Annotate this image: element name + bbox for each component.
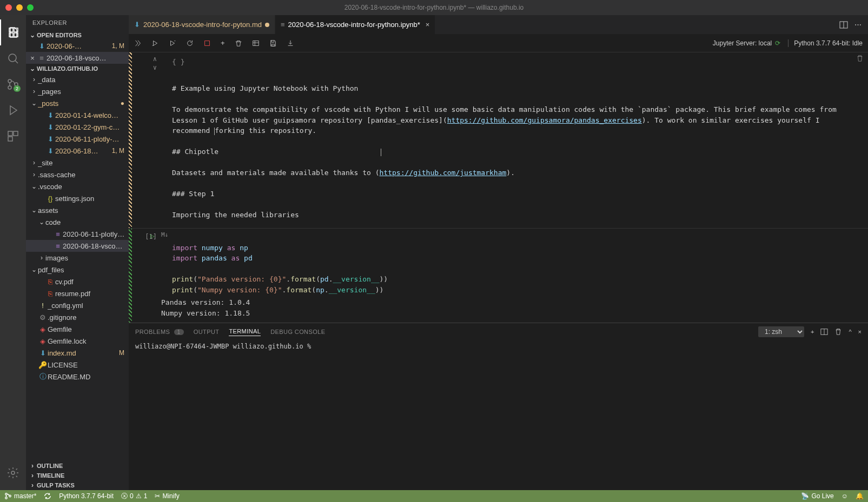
md-file-icon: ⬇ <box>45 135 55 143</box>
editor-tab[interactable]: ≡ 2020-06-18-vscode-intro-for-python.ipy… <box>275 15 435 34</box>
add-cell-icon[interactable]: + <box>221 39 225 47</box>
close-editor-icon[interactable]: × <box>28 54 37 62</box>
problems-tab[interactable]: PROBLEMS 1 <box>135 329 184 335</box>
file-item[interactable]: ⬇2020-01-14-welco… <box>26 109 129 121</box>
chevron-down-icon: ⌄ <box>28 65 37 72</box>
debug-console-tab[interactable]: DEBUG CONSOLE <box>270 329 325 335</box>
window-minimize[interactable] <box>16 4 23 11</box>
close-panel-icon[interactable]: × <box>858 329 862 335</box>
open-editor-item[interactable]: ⬇ 2020-06-… 1, M <box>26 40 129 52</box>
file-item[interactable]: ⬇index.mdM <box>26 347 129 359</box>
export-icon[interactable] <box>287 39 294 47</box>
notifications-icon[interactable]: 🔔 <box>856 492 864 500</box>
save-icon[interactable] <box>269 39 277 47</box>
extensions-view-icon[interactable] <box>0 123 26 149</box>
interrupt-kernel-icon[interactable] <box>203 39 211 47</box>
window-close[interactable] <box>5 4 12 11</box>
window-maximize[interactable] <box>27 4 34 11</box>
scm-badge: 2 <box>14 85 21 92</box>
split-terminal-icon[interactable] <box>820 328 828 336</box>
file-item[interactable]: {}settings.json <box>26 192 129 204</box>
sync-status[interactable] <box>44 492 51 500</box>
run-below-icon[interactable] <box>169 39 176 47</box>
link[interactable]: https://github.com/justmarkham <box>380 169 507 177</box>
file-item[interactable]: ⎘resume.pdf <box>26 287 129 299</box>
link[interactable]: https://github.com/guipsamora/pandas_exe… <box>447 116 642 124</box>
folder-item[interactable]: ›images <box>26 252 129 264</box>
file-item[interactable]: ◈Gemfile <box>26 323 129 335</box>
timeline-header[interactable]: › TIMELINE <box>26 471 129 480</box>
maximize-panel-icon[interactable]: ^ <box>849 329 851 335</box>
markdown-toggle[interactable]: M↓ <box>161 231 168 240</box>
move-cell-down-icon[interactable]: ∨ <box>153 64 157 71</box>
feedback-icon[interactable]: ☺ <box>842 492 848 500</box>
scm-view-icon[interactable]: 2 <box>0 71 26 97</box>
jupyter-server-status[interactable]: Jupyter Server: local ⟳ <box>713 39 780 47</box>
file-item[interactable]: ⓘREADME.MD <box>26 371 129 383</box>
file-item[interactable]: ◈Gemfile.lock <box>26 335 129 347</box>
folder-item[interactable]: ›_pages <box>26 85 129 97</box>
close-tab-icon[interactable]: × <box>426 21 430 29</box>
file-item[interactable]: ⬇2020-06-18…1, M <box>26 145 129 157</box>
file-item[interactable]: ≡2020-06-11-plotly… <box>26 228 129 240</box>
cell-braces: { } <box>172 57 857 68</box>
file-item[interactable]: ⬇2020-01-22-gym-c… <box>26 121 129 133</box>
file-item[interactable]: ≡2020-06-18-vsco… <box>26 240 129 252</box>
settings-gear-icon[interactable] <box>0 460 26 486</box>
delete-cell-icon[interactable] <box>856 55 864 62</box>
variable-explorer-icon[interactable] <box>252 39 260 47</box>
problems-status[interactable]: ⓧ0 ⚠1 <box>121 492 147 501</box>
file-item[interactable]: !_config.yml <box>26 299 129 311</box>
folder-item[interactable]: ›_data <box>26 73 129 85</box>
info-file-icon: ⓘ <box>38 372 48 381</box>
file-item[interactable]: 🔑LICENSE <box>26 359 129 371</box>
folder-item[interactable]: ⌄code <box>26 216 129 228</box>
cell-modified-indicator <box>129 229 132 323</box>
terminal-selector[interactable]: 1: zsh <box>758 326 804 337</box>
kill-terminal-icon[interactable] <box>834 328 842 336</box>
folder-item[interactable]: ⌄_posts● <box>26 97 129 109</box>
folder-item[interactable]: ›.sass-cache <box>26 169 129 180</box>
file-item[interactable]: ⚙.gitignore <box>26 311 129 323</box>
search-view-icon[interactable] <box>0 45 26 71</box>
text-cursor <box>381 149 381 156</box>
editor-tab[interactable]: ⬇ 2020-06-18-vscode-intro-for-pyton.md <box>129 15 275 34</box>
markdown-cell[interactable]: ∧ ∨ { } # Example using Jupyter Notebook… <box>129 52 868 229</box>
gulptasks-header[interactable]: › GULP TASKS <box>26 480 129 490</box>
more-actions-icon[interactable]: ⋯ <box>854 21 862 29</box>
explorer-view-icon[interactable] <box>0 19 26 45</box>
open-editors-header[interactable]: ⌄ OPEN EDITORS <box>26 30 129 40</box>
folder-item[interactable]: ⌄.vscode <box>26 180 129 192</box>
split-editor-icon[interactable] <box>839 21 848 29</box>
git-branch-status[interactable]: master* <box>4 492 36 500</box>
folder-item[interactable]: ⌄pdf_files <box>26 264 129 276</box>
server-ok-icon: ⟳ <box>775 39 780 47</box>
file-item[interactable]: ⬇2020-06-11-plotly-… <box>26 133 129 145</box>
sidebar-title: EXPLORER <box>26 15 129 30</box>
text-cursor <box>214 128 215 135</box>
folder-item[interactable]: ›_site <box>26 157 129 169</box>
minify-status[interactable]: ✂ Minify <box>155 492 179 500</box>
debug-view-icon[interactable] <box>0 97 26 123</box>
python-env-status[interactable]: Python 3.7.7 64-bit <box>59 492 114 500</box>
folder-item[interactable]: ⌄assets <box>26 204 129 216</box>
run-all-icon[interactable] <box>134 39 142 47</box>
workspace-header[interactable]: ⌄ WILLIAZO.GITHUB.IO <box>26 64 129 73</box>
go-live-status[interactable]: 📡 Go Live <box>801 492 833 500</box>
output-tab[interactable]: OUTPUT <box>194 329 220 335</box>
terminal-body[interactable]: williazo@NPI-67464-JWMBP williazo.github… <box>129 340 868 490</box>
open-editor-item[interactable]: × ≡ 2020-06-18-vsco… <box>26 52 129 64</box>
chevron-icon: › <box>30 159 38 166</box>
file-item[interactable]: ⎘cv.pdf <box>26 276 129 287</box>
clear-outputs-icon[interactable] <box>235 39 242 47</box>
markdown-source[interactable]: # Example using Jupyter Notebook with Py… <box>172 73 857 220</box>
new-terminal-icon[interactable]: + <box>811 329 814 335</box>
kernel-status[interactable]: Python 3.7.7 64-bit: Idle <box>788 39 863 47</box>
move-cell-up-icon[interactable]: ∧ <box>153 56 157 62</box>
outline-header[interactable]: › OUTLINE <box>26 461 129 471</box>
restart-kernel-icon[interactable] <box>186 39 194 47</box>
run-above-icon[interactable] <box>151 39 159 47</box>
run-cell-icon[interactable]: ▷ <box>150 231 155 242</box>
terminal-tab[interactable]: TERMINAL <box>229 328 261 336</box>
code-cell[interactable]: [1] ▷ M↓ import numpy as np import panda… <box>129 229 868 323</box>
